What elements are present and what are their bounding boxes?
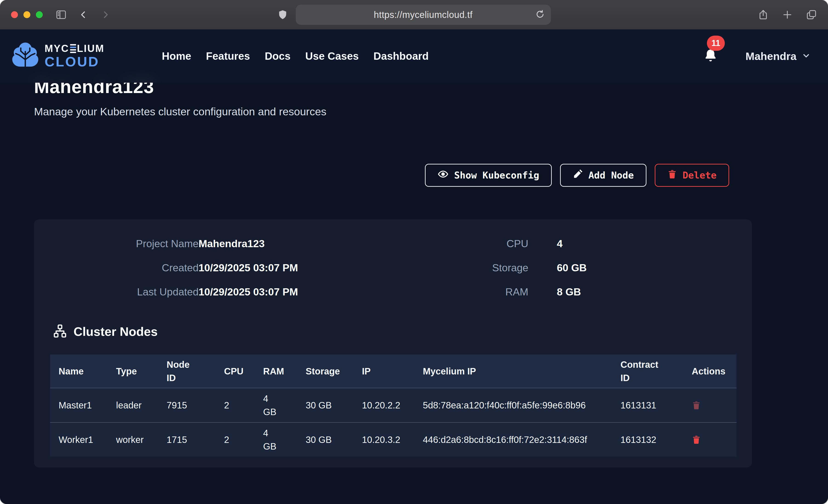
close-window-button[interactable] [11,11,18,18]
node-ram: 4 GB [255,426,297,453]
col-type: Type [108,365,158,378]
node-mycelium-ip: 446:d2a6:8bcd:8c16:ff0f:72e2:3114:863f [414,433,612,446]
node-contract-id: 1613131 [612,398,683,412]
cpu-value: 4 [557,238,563,250]
notifications-button[interactable]: 11 [703,48,718,65]
node-type: worker [108,433,158,446]
reload-icon[interactable] [535,9,545,20]
zoom-window-button[interactable] [36,11,43,18]
col-storage: Storage [297,365,354,378]
ram-label: RAM [400,286,528,298]
cpu-label: CPU [400,238,528,250]
cluster-card: Project Name Mahendra123 Created 10/29/2… [34,219,752,467]
mycelium-logo-icon [9,42,41,71]
delete-label: Delete [682,170,716,181]
cluster-nodes-heading: Cluster Nodes [53,324,158,339]
brand-prefix: MYC [45,43,69,53]
address-bar[interactable]: https://myceliumcloud.tf [296,5,551,25]
nav-links: Home Features Docs Use Cases Dashboard [162,50,428,62]
forward-icon[interactable] [100,10,110,19]
brand-suffix: LIUM [77,43,105,53]
sidebar-toggle-icon[interactable] [55,9,67,20]
add-node-label: Add Node [588,170,633,181]
stylized-e-icon [70,44,76,53]
cluster-nodes-icon [53,324,67,339]
table-row: Worker1 worker 1715 2 4 GB 30 GB 10.20.3… [50,422,737,457]
url-text: https://myceliumcloud.tf [374,10,473,20]
nodes-table: Name Type Node ID CPU RAM Storage IP Myc… [50,354,737,457]
nav-link-dashboard[interactable]: Dashboard [373,50,428,62]
nav-link-use-cases[interactable]: Use Cases [305,50,359,62]
browser-toolbar: https://myceliumcloud.tf [0,0,828,30]
col-contract-id: Contract ID [612,358,683,384]
brand-cloud: CLOUD [45,55,104,69]
nav-link-docs[interactable]: Docs [265,50,290,62]
col-ram: RAM [255,365,297,378]
notification-badge: 11 [707,36,725,51]
node-contract-id: 1613132 [612,433,683,446]
ram-value: 8 GB [557,286,581,298]
col-name: Name [50,365,108,378]
tab-overview-icon[interactable] [806,9,817,20]
node-cpu: 2 [215,433,255,446]
nav-link-features[interactable]: Features [206,50,250,62]
site-navbar: MYC LIUM CLOUD Home Features Docs Use Ca… [0,30,828,83]
trash-icon [667,169,677,182]
created-label: Created [70,262,199,274]
share-icon[interactable] [758,9,769,21]
project-name-label: Project Name [70,238,199,250]
nav-link-home[interactable]: Home [162,50,191,62]
new-tab-icon[interactable] [782,9,793,20]
page-subtitle: Manage your Kubernetes cluster configura… [34,105,326,118]
add-node-button[interactable]: Add Node [560,164,646,187]
node-name: Worker1 [50,433,108,446]
node-type: leader [108,398,158,412]
chevron-down-icon [801,51,811,61]
show-kubeconfig-button[interactable]: Show Kubeconfig [425,164,552,187]
node-storage: 30 GB [297,433,354,446]
cluster-nodes-label: Cluster Nodes [74,324,158,339]
col-node-id: Node ID [158,358,215,384]
eye-icon [438,169,449,182]
browser-window: https://myceliumcloud.tf [0,0,828,504]
last-updated-value: 10/29/2025 03:07 PM [199,286,298,298]
node-id: 1715 [158,433,215,446]
show-kubeconfig-label: Show Kubeconfig [454,170,539,181]
node-storage: 30 GB [297,398,354,412]
cluster-actions: Show Kubeconfig Add Node [425,164,729,187]
last-updated-label: Last Updated [70,286,199,298]
col-mycelium-ip: Mycelium IP [414,365,612,378]
project-name-value: Mahendra123 [199,238,265,250]
delete-cluster-button[interactable]: Delete [655,164,729,187]
col-actions: Actions [683,365,737,378]
privacy-shield-icon[interactable] [277,9,288,21]
storage-value: 60 GB [557,262,587,274]
table-header-row: Name Type Node ID CPU RAM Storage IP Myc… [50,354,737,388]
node-name: Master1 [50,398,108,412]
node-ip: 10.20.2.2 [354,398,414,412]
node-ram: 4 GB [255,392,297,419]
delete-node-button[interactable] [692,400,701,410]
col-ip: IP [354,365,414,378]
brand-wordmark: MYC LIUM CLOUD [45,43,104,69]
table-row: Master1 leader 7915 2 4 GB 30 GB 10.20.2… [50,388,737,422]
back-icon[interactable] [79,10,88,19]
col-cpu: CPU [215,365,255,378]
brand-logo[interactable]: MYC LIUM CLOUD [9,42,104,71]
node-id: 7915 [158,398,215,412]
page-content: Mahendra123 Manage your Kubernetes clust… [0,30,828,504]
delete-node-button[interactable] [692,435,701,445]
pencil-icon [573,169,583,181]
user-menu[interactable]: Mahendra [745,50,811,62]
storage-label: Storage [400,262,528,274]
user-name: Mahendra [745,50,796,62]
traffic-lights [11,11,43,18]
node-mycelium-ip: 5d8:78ea:a120:f40c:ff0f:a5fe:99e6:8b96 [414,398,612,412]
node-ip: 10.20.3.2 [354,433,414,446]
node-cpu: 2 [215,398,255,412]
created-value: 10/29/2025 03:07 PM [199,262,298,274]
minimize-window-button[interactable] [24,11,30,18]
